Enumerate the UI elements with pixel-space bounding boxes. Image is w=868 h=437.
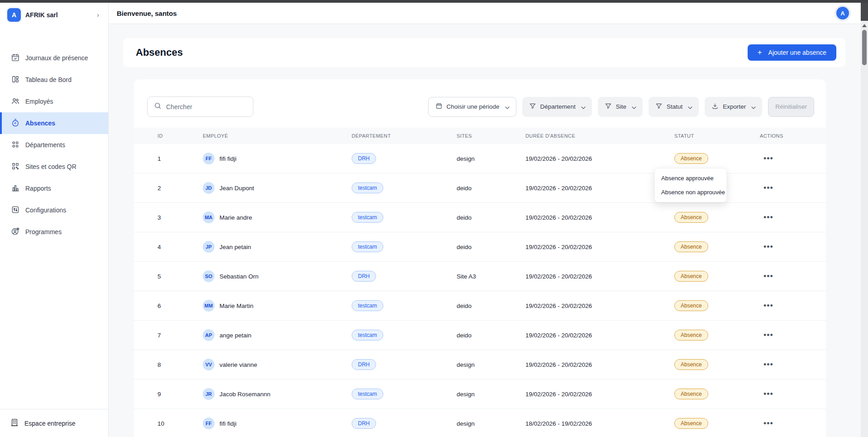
column-header-duree: DURÉE D'ABSENCE: [525, 133, 674, 139]
table-row: 10 FF fifi fidji DRH design 18/02/2026 -…: [134, 409, 826, 437]
cell-id: 4: [134, 244, 203, 250]
cell-site: deido: [457, 303, 525, 309]
column-header-actions: ACTIONS: [760, 133, 826, 139]
cell-duration: 19/02/2026 - 20/02/2026: [525, 361, 674, 368]
sidebar-item-departements[interactable]: Départements: [0, 134, 108, 156]
cell-status: Absence: [674, 389, 760, 399]
department-badge: testcam: [352, 182, 383, 193]
cell-department: DRH: [352, 359, 457, 370]
employee-avatar: JP: [203, 241, 215, 253]
export-button[interactable]: Exporter: [705, 97, 762, 117]
sidebar-item-employes[interactable]: Employés: [0, 91, 108, 112]
cell-duration: 19/02/2026 - 20/02/2026: [525, 391, 674, 398]
search-input[interactable]: [166, 103, 247, 110]
sidebar-item-journaux[interactable]: Journaux de présence: [0, 47, 108, 69]
cell-actions: •••: [760, 271, 826, 282]
cell-duration: 19/02/2026 - 20/02/2026: [525, 273, 674, 280]
department-filter-label: Département: [540, 103, 576, 110]
site-filter-button[interactable]: Site: [598, 97, 643, 117]
row-actions-button[interactable]: •••: [760, 359, 777, 370]
cell-department: DRH: [352, 153, 457, 164]
search-box[interactable]: [147, 96, 253, 117]
cell-site: design: [457, 155, 525, 162]
row-actions-button[interactable]: •••: [760, 182, 777, 194]
cell-id: 9: [134, 391, 203, 398]
sidebar-item-configurations[interactable]: Configurations: [0, 199, 108, 221]
row-actions-button[interactable]: •••: [760, 330, 777, 341]
department-badge: DRH: [352, 359, 376, 370]
row-actions-button[interactable]: •••: [760, 153, 777, 164]
cell-department: DRH: [352, 418, 457, 429]
cell-status: Absence: [674, 212, 760, 223]
department-badge: testcam: [352, 300, 383, 311]
add-absence-label: Ajouter une absence: [768, 49, 826, 56]
company-name: AFRIK sarl: [25, 11, 90, 19]
cell-status: Absence: [674, 241, 760, 252]
employee-avatar: MA: [203, 211, 215, 223]
column-header-statut: STATUT: [674, 133, 760, 139]
add-absence-button[interactable]: + Ajouter une absence: [748, 44, 836, 61]
period-filter-label: Choisir une période: [447, 103, 500, 110]
status-badge: Absence: [674, 418, 708, 429]
department-filter-button[interactable]: Département: [522, 97, 592, 117]
status-badge: Absence: [674, 359, 708, 370]
filter-bar: Choisir une période Département Site Sta…: [134, 96, 826, 117]
period-filter-button[interactable]: Choisir une période: [428, 97, 516, 117]
sidebar-item-label: Configurations: [25, 206, 66, 214]
download-icon: [711, 102, 719, 111]
site-filter-label: Site: [616, 103, 626, 110]
cell-department: testcam: [352, 300, 457, 311]
sidebar-item-absences[interactable]: Absences: [0, 112, 108, 134]
department-badge: testcam: [352, 330, 383, 341]
sidebar-item-rapports[interactable]: Rapports: [0, 178, 108, 199]
sidebar-item-tableau-de-bord[interactable]: Tableau de Bord: [0, 69, 108, 91]
status-filter-button[interactable]: Statut: [649, 97, 699, 117]
cell-status: Absence: [674, 359, 760, 370]
scrollbar-thumb[interactable]: [862, 30, 867, 65]
scrollbar-up-arrow[interactable]: [862, 24, 867, 27]
bar-chart-icon: [11, 183, 20, 194]
cell-duration: 18/02/2026 - 19/02/2026: [525, 420, 674, 427]
row-actions-button[interactable]: •••: [760, 271, 777, 282]
sidebar-item-label: Sites et codes QR: [25, 163, 76, 170]
page-title: Absences: [136, 47, 183, 58]
cell-id: 1: [134, 155, 203, 162]
row-actions-button[interactable]: •••: [760, 241, 777, 253]
cell-department: testcam: [352, 182, 457, 193]
row-actions-button[interactable]: •••: [760, 418, 777, 429]
row-actions-button[interactable]: •••: [760, 300, 777, 312]
dashboard-icon: [11, 75, 20, 85]
user-avatar[interactable]: A: [836, 7, 849, 19]
cell-site: deido: [457, 185, 525, 192]
employee-avatar: JD: [203, 182, 215, 194]
dropdown-item-not-approved[interactable]: Absence non approuvée: [655, 185, 726, 199]
department-badge: testcam: [352, 389, 383, 399]
dropdown-item-approved[interactable]: Absence approuvée: [655, 171, 726, 185]
topbar: Bienvenue, santos A: [109, 3, 861, 24]
cell-actions: •••: [760, 182, 826, 194]
sidebar-menu: Journaux de présence Tableau de Bord Emp…: [0, 47, 108, 243]
sidebar-item-sites-qr[interactable]: Sites et codes QR: [0, 156, 108, 178]
sidebar-item-label: Programmes: [25, 228, 62, 235]
chevron-down-icon: [580, 104, 585, 110]
welcome-text: Bienvenue, santos: [117, 10, 177, 17]
employee-name: Marie andre: [219, 214, 252, 221]
page-scrollbar[interactable]: [861, 0, 868, 437]
cell-department: testcam: [352, 389, 457, 399]
row-actions-button[interactable]: •••: [760, 389, 777, 400]
reset-button[interactable]: Réinitialiser: [768, 97, 814, 117]
cell-site: design: [457, 391, 525, 398]
sidebar-header: A AFRIK sarl ›: [0, 3, 108, 27]
employee-avatar: JR: [203, 388, 215, 400]
sidebar: A AFRIK sarl › Journaux de présence Tabl…: [0, 3, 109, 437]
chevron-down-icon: [504, 104, 509, 110]
employee-name: fifi fidji: [219, 155, 237, 162]
sidebar-item-espace-entreprise[interactable]: Espace entreprise: [0, 409, 108, 437]
grid-dots-icon: [11, 140, 20, 150]
cell-employee: JR Jacob Rosemannn: [203, 388, 352, 400]
sidebar-item-programmes[interactable]: Programmes: [0, 221, 108, 243]
sidebar-collapse-button[interactable]: ›: [94, 10, 102, 19]
row-actions-button[interactable]: •••: [760, 212, 777, 223]
company-logo: A: [7, 8, 21, 22]
employee-avatar: SO: [203, 270, 215, 282]
